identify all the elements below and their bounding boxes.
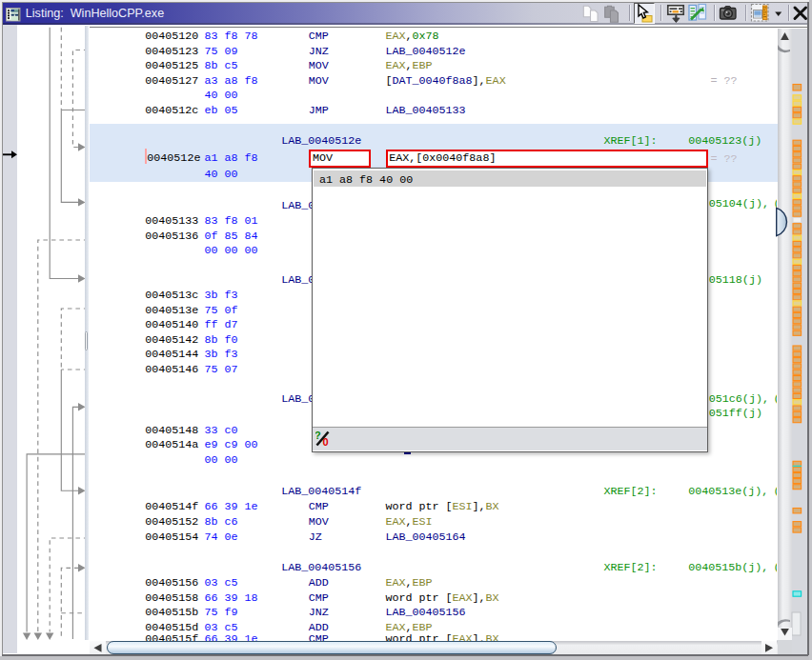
- svg-text:?: ?: [315, 430, 321, 441]
- svg-text:0: 0: [323, 436, 329, 447]
